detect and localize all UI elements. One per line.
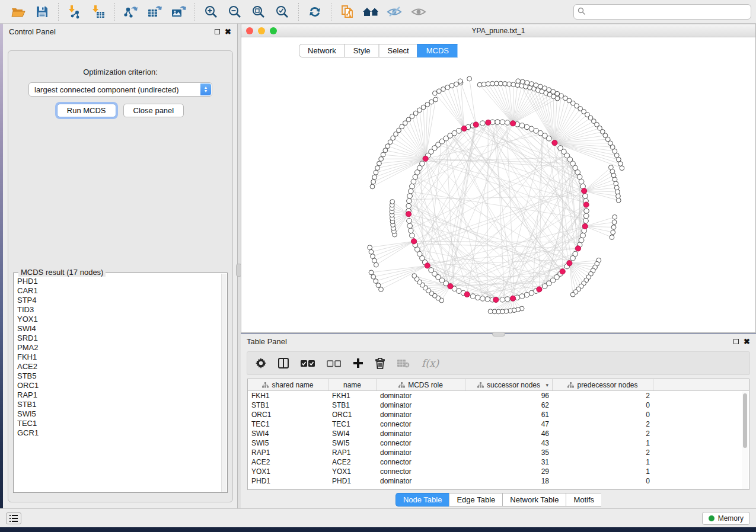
refresh-button[interactable] [305, 2, 325, 21]
mcds-result-item[interactable]: YOX1 [17, 315, 221, 324]
mcds-result-box: MCDS result (17 nodes) PHD1 CAR1 STP4 TI… [13, 273, 228, 493]
optimization-criterion-select[interactable]: largest connected component (undirected)… [28, 82, 212, 97]
show-all-button[interactable] [409, 2, 429, 21]
eye-slash-icon [387, 5, 403, 18]
cell-shared-name: SWI5 [248, 439, 328, 447]
mcds-result-item[interactable]: PHD1 [17, 277, 221, 286]
horizontal-splitter-handle[interactable] [492, 332, 505, 336]
select-all-checkboxes-icon[interactable] [301, 360, 315, 367]
zoom-fit-button[interactable] [248, 2, 269, 21]
mcds-result-item[interactable]: SRD1 [17, 334, 221, 343]
import-network-button[interactable] [65, 2, 85, 21]
first-neighbors-button[interactable] [361, 2, 381, 21]
table-tab[interactable]: Network Table [502, 493, 566, 507]
mcds-result-item[interactable]: RAP1 [17, 390, 221, 400]
export-table-button[interactable] [145, 2, 165, 21]
function-builder-icon: f(x) [422, 357, 439, 369]
table-row[interactable]: PHD1 PHD1 dominator 18 0 [248, 476, 749, 486]
mcds-result-item[interactable]: CAR1 [17, 286, 221, 296]
control-panel-tab[interactable]: Style [344, 44, 379, 57]
table-row[interactable]: ORC1 ORC1 dominator 61 0 [248, 410, 749, 419]
table-row[interactable]: STB1 STB1 dominator 62 0 [248, 400, 749, 410]
cell-name: RAP1 [328, 448, 377, 457]
cell-mcds-role: connector [377, 439, 465, 447]
table-options-gear-icon[interactable] [256, 358, 266, 368]
mcds-result-item[interactable]: TID3 [17, 305, 221, 315]
status-bar: Memory [0, 508, 756, 527]
control-panel-tab[interactable]: Network [299, 44, 344, 57]
cell-name: PHD1 [328, 477, 377, 485]
float-window-icon[interactable] [733, 339, 739, 344]
cell-mcds-role: connector [377, 420, 465, 428]
import-table-button[interactable] [88, 2, 109, 21]
memory-button[interactable]: Memory [702, 512, 750, 525]
network-canvas[interactable] [241, 37, 755, 332]
export-image-button[interactable] [168, 2, 189, 21]
table-row[interactable]: RAP1 RAP1 dominator 35 2 [248, 448, 749, 457]
close-panel-icon[interactable]: ✖ [225, 28, 231, 36]
mcds-result-item[interactable]: STB5 [17, 371, 221, 381]
mcds-result-item[interactable]: ORC1 [17, 381, 221, 390]
table-row[interactable]: ACE2 ACE2 connector 31 1 [248, 457, 749, 467]
mcds-result-item[interactable]: FKH1 [17, 352, 221, 362]
cell-shared-name: RAP1 [248, 448, 328, 457]
search-input[interactable] [573, 4, 751, 20]
add-column-icon[interactable] [353, 358, 363, 368]
column-header[interactable]: shared name [248, 379, 328, 390]
cell-name: SWI5 [328, 439, 377, 447]
open-file-button[interactable] [8, 2, 28, 21]
table-tab[interactable]: Node Table [395, 493, 449, 507]
close-panel-button[interactable]: Close panel [123, 104, 184, 117]
cell-name: YOX1 [328, 467, 377, 476]
zoom-out-button[interactable] [225, 2, 245, 21]
network-window-titlebar[interactable]: YPA_prune.txt_1 [241, 24, 755, 37]
toolbar-separator [331, 3, 331, 21]
export-table-icon [147, 5, 162, 19]
float-window-icon[interactable] [215, 29, 220, 34]
hide-selected-button[interactable] [385, 2, 405, 21]
zoom-in-button[interactable] [201, 2, 221, 21]
mcds-result-item[interactable]: STP4 [17, 296, 221, 305]
table-scrollbar-thumb[interactable] [743, 393, 747, 448]
table-tab[interactable]: Motifs [566, 493, 601, 507]
mcds-result-item[interactable]: STB1 [17, 400, 221, 409]
mcds-list-scrollbar[interactable] [221, 274, 227, 492]
delete-column-trash-icon[interactable] [375, 358, 385, 369]
cell-predecessor-nodes: 0 [553, 401, 653, 409]
mcds-result-item[interactable]: SWI4 [17, 324, 221, 334]
task-history-button[interactable] [6, 512, 21, 524]
mcds-result-list[interactable]: PHD1 CAR1 STP4 TID3 YOX1 SWI4 SRD1 PMA2 … [17, 277, 221, 491]
mcds-result-item[interactable]: TEC1 [17, 419, 221, 428]
column-header-label: MCDS role [408, 381, 443, 389]
table-scrollbar[interactable] [742, 392, 748, 489]
duplicate-network-button[interactable] [337, 2, 358, 21]
show-column-icon[interactable] [278, 358, 289, 368]
houses-icon [362, 5, 380, 18]
table-row[interactable]: FKH1 FKH1 dominator 96 2 [248, 391, 749, 400]
cell-shared-name: STB1 [248, 401, 328, 409]
table-tab[interactable]: Edge Table [449, 493, 502, 507]
mcds-result-item[interactable]: ACE2 [17, 362, 221, 371]
control-panel-tab[interactable]: Select [379, 44, 417, 57]
column-header[interactable]: successor nodes ▾ [465, 379, 553, 390]
run-mcds-button[interactable]: Run MCDS [57, 104, 116, 117]
column-header[interactable]: predecessor nodes [553, 379, 653, 390]
save-session-button[interactable] [32, 2, 52, 21]
unselect-all-checkboxes-icon[interactable] [327, 360, 341, 367]
export-network-button[interactable] [121, 2, 141, 21]
column-header[interactable]: MCDS role [377, 379, 465, 390]
mcds-result-item[interactable]: GCR1 [17, 428, 221, 438]
mcds-result-item[interactable]: PMA2 [17, 343, 221, 352]
table-row[interactable]: TEC1 TEC1 connector 47 2 [248, 419, 749, 429]
zoom-selected-button[interactable] [272, 2, 292, 21]
table-row[interactable]: SWI5 SWI5 connector 43 1 [248, 438, 749, 448]
mcds-result-item[interactable]: SWI5 [17, 409, 221, 419]
list-icon [9, 515, 18, 522]
table-row[interactable]: YOX1 YOX1 connector 29 1 [248, 467, 749, 476]
column-header[interactable]: name [328, 379, 377, 390]
table-row[interactable]: SWI4 SWI4 dominator 46 2 [248, 429, 749, 438]
control-panel-tab[interactable]: MCDS [417, 44, 457, 57]
column-header-label: name [343, 381, 361, 389]
close-panel-icon[interactable]: ✖ [744, 338, 750, 345]
zoom-out-icon [228, 5, 242, 19]
